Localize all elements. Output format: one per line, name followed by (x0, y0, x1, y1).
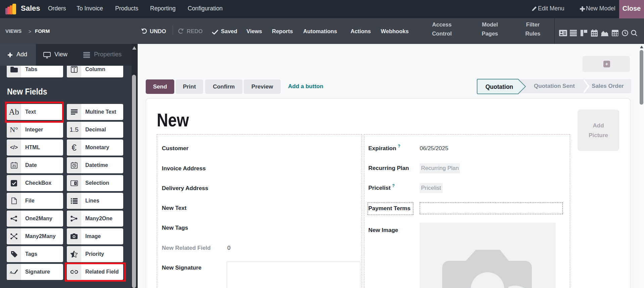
svg-text:21: 21 (12, 164, 16, 168)
svg-text:Quotation: Quotation (486, 83, 513, 90)
